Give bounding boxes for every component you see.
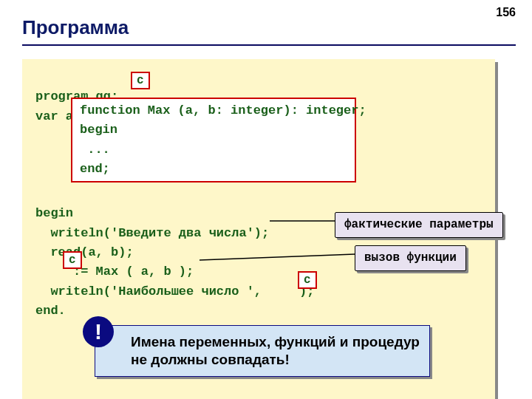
warning-note: Имена переменных, функций и процедур не … — [95, 325, 430, 377]
code-line: function Max (a, b: integer): integer; — [80, 103, 366, 117]
page-number: 156 — [496, 6, 516, 19]
code-line: ... — [80, 143, 110, 157]
code-line: begin — [80, 123, 117, 137]
code-line — [35, 185, 482, 204]
variable-c-badge: c — [298, 271, 317, 289]
function-definition-box: function Max (a, b: integer): integer; b… — [71, 98, 356, 183]
callout-actual-parameters: фактические параметры — [335, 212, 503, 238]
variable-c-badge: c — [131, 72, 150, 89]
slide-title: Программа — [22, 16, 129, 39]
code-line: writeln('Наибольшее число ', ); — [35, 282, 482, 301]
variable-c-badge: c — [63, 251, 82, 269]
title-rule — [22, 44, 516, 46]
callout-function-call: вызов функции — [355, 245, 466, 271]
warning-icon: ! — [83, 316, 114, 347]
code-line: end; — [80, 162, 110, 176]
